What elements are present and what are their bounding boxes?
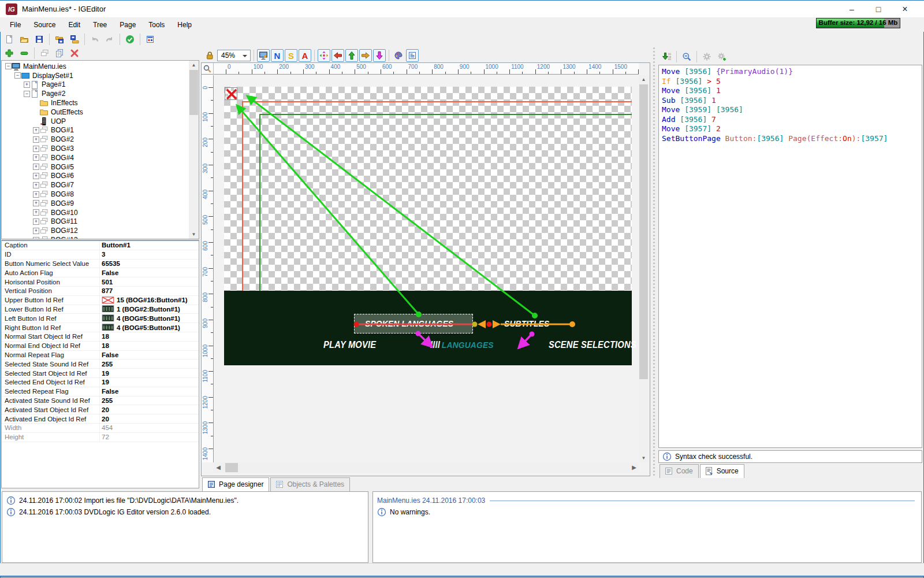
minimize-button[interactable]: – bbox=[839, 1, 865, 18]
menu-source[interactable]: Source bbox=[27, 18, 62, 31]
property-row-height[interactable]: Height72 bbox=[2, 433, 199, 442]
property-row-vertical-position[interactable]: Vertical Position877 bbox=[2, 287, 199, 296]
menu-tree[interactable]: Tree bbox=[87, 18, 113, 31]
validate-button[interactable] bbox=[123, 32, 137, 46]
tab-objects-palettes[interactable]: Objects & Palettes bbox=[270, 477, 350, 491]
scroll-down-icon[interactable]: ▼ bbox=[189, 230, 199, 239]
expander-plus-icon[interactable]: + bbox=[33, 228, 39, 234]
maximize-button[interactable]: □ bbox=[865, 1, 892, 18]
tree-item-bog-2[interactable]: +BOG#2 bbox=[3, 135, 188, 144]
menu-edit[interactable]: Edit bbox=[62, 18, 87, 31]
remove-node-button[interactable] bbox=[17, 46, 31, 60]
tree-item-bog-3[interactable]: +BOG#3 bbox=[3, 144, 188, 153]
expander-minus-icon[interactable]: − bbox=[14, 72, 21, 79]
lock-button[interactable] bbox=[203, 49, 216, 62]
tab-page-designer[interactable]: Page designer bbox=[202, 477, 269, 491]
property-row-caption[interactable]: CaptionButton#1 bbox=[2, 241, 199, 250]
gear-add-button[interactable] bbox=[715, 50, 729, 64]
tree-item-bog-10[interactable]: +BOG#10 bbox=[3, 208, 188, 217]
expander-plus-icon[interactable]: + bbox=[33, 237, 39, 239]
nav-right-button[interactable] bbox=[359, 49, 372, 62]
selected-state-button[interactable]: S bbox=[285, 49, 297, 62]
close-button[interactable]: × bbox=[892, 1, 918, 18]
canvas-vertical-scrollbar[interactable]: ▲ ▼ bbox=[639, 75, 649, 462]
menu-page[interactable]: Page bbox=[113, 18, 142, 31]
menu-help[interactable]: Help bbox=[171, 18, 198, 31]
property-row-activated-end-object-id-ref[interactable]: Activated End Object Id Ref20 bbox=[2, 414, 199, 424]
expander-plus-icon[interactable]: + bbox=[33, 200, 39, 206]
property-row-normal-repeat-flag[interactable]: Normal Repeat FlagFalse bbox=[2, 351, 199, 360]
expander-plus-icon[interactable]: + bbox=[33, 154, 39, 161]
undo-button[interactable] bbox=[88, 32, 102, 46]
nav-down-button[interactable] bbox=[373, 49, 386, 62]
expander-plus-icon[interactable]: + bbox=[33, 136, 39, 143]
compile-button[interactable]: 011001 bbox=[660, 50, 673, 64]
expander-plus-icon[interactable]: + bbox=[33, 182, 39, 188]
property-row-normal-start-object-id-ref[interactable]: Normal Start Object Id Ref18 bbox=[2, 332, 199, 342]
property-row-selected-end-object-id-ref[interactable]: Selected End Object Id Ref19 bbox=[2, 378, 199, 387]
nav-left-button[interactable] bbox=[331, 49, 344, 62]
copy-button[interactable] bbox=[53, 46, 66, 60]
expander-minus-icon[interactable]: − bbox=[24, 91, 30, 97]
redo-button[interactable] bbox=[103, 32, 117, 46]
tree-item-bog-8[interactable]: +BOG#8 bbox=[3, 190, 188, 199]
property-row-activated-start-object-id-ref[interactable]: Activated Start Object Id Ref20 bbox=[2, 405, 199, 414]
palette-button[interactable] bbox=[392, 49, 405, 62]
scroll-up-icon[interactable]: ▲ bbox=[189, 61, 199, 69]
zoom-combo[interactable]: 45% bbox=[217, 50, 251, 61]
delete-button[interactable] bbox=[68, 46, 81, 60]
source-code-editor[interactable]: Move [3956] {PrimaryAudio(1)}If [3956] >… bbox=[658, 65, 922, 448]
expander-plus-icon[interactable]: + bbox=[33, 173, 39, 179]
settings-button[interactable] bbox=[143, 32, 157, 46]
cascade-button[interactable] bbox=[38, 46, 51, 60]
tree-item-bog-9[interactable]: +BOG#9 bbox=[3, 199, 188, 208]
property-row-normal-end-object-id-ref[interactable]: Normal End Object Id Ref18 bbox=[2, 342, 199, 351]
page-props-button[interactable] bbox=[406, 49, 419, 62]
tree-item-outeffects[interactable]: OutEffects bbox=[3, 108, 188, 117]
property-row-button-numeric-select-value[interactable]: Button Numeric Select Value65535 bbox=[2, 260, 199, 269]
expander-plus-icon[interactable]: + bbox=[33, 191, 39, 198]
tree-item-bog-12[interactable]: +BOG#12 bbox=[3, 226, 188, 235]
save-button[interactable] bbox=[32, 32, 46, 46]
scroll-right-icon[interactable]: ▶ bbox=[629, 462, 639, 473]
tree-item-bog-6[interactable]: +BOG#6 bbox=[3, 172, 188, 181]
export-button[interactable] bbox=[68, 32, 81, 46]
expander-plus-icon[interactable]: + bbox=[33, 127, 39, 134]
ruler-zoom-button[interactable] bbox=[202, 63, 214, 75]
tree-item-bog-5[interactable]: +BOG#5 bbox=[3, 162, 188, 172]
property-row-left-button-id-ref[interactable]: Left Button Id Ref4 (BOG#5:Button#1) bbox=[2, 314, 199, 323]
navigation-all-button[interactable] bbox=[318, 49, 330, 62]
normal-state-button[interactable]: N bbox=[271, 49, 284, 62]
open-button[interactable] bbox=[17, 32, 31, 46]
gear-button[interactable] bbox=[700, 50, 714, 64]
property-row-auto-action-flag[interactable]: Auto Action FlagFalse bbox=[2, 268, 199, 277]
tab-code[interactable]: Code bbox=[660, 464, 699, 478]
zoom-out-button[interactable] bbox=[680, 50, 694, 64]
tree-item-uop[interactable]: UOP bbox=[3, 117, 188, 126]
menu-file[interactable]: File bbox=[3, 18, 27, 31]
page-canvas[interactable]: SPOKEN LANGUAGES SUBTITLES PLAY MOVIE II… bbox=[214, 75, 639, 462]
tree-item-displayset-1[interactable]: −DisplaySet#1 bbox=[3, 71, 188, 80]
tree-item-page-1[interactable]: +Page#1 bbox=[3, 80, 188, 90]
scroll-up-icon[interactable]: ▲ bbox=[639, 75, 649, 84]
tree-item-bog-11[interactable]: +BOG#11 bbox=[3, 217, 188, 227]
scroll-left-icon[interactable]: ◀ bbox=[214, 462, 223, 473]
menu-tools[interactable]: Tools bbox=[142, 18, 171, 31]
expander-plus-icon[interactable]: + bbox=[33, 209, 39, 216]
tree-item-bog-1[interactable]: +BOG#1 bbox=[3, 126, 188, 135]
expander-plus-icon[interactable]: + bbox=[33, 146, 39, 152]
property-row-selected-repeat-flag[interactable]: Selected Repeat FlagFalse bbox=[2, 387, 199, 397]
property-row-upper-button-id-ref[interactable]: Upper Button Id Ref15 (BOG#16:Button#1) bbox=[2, 296, 199, 305]
tree-item-mainmenu-ies[interactable]: −MainMenu.ies bbox=[3, 62, 188, 71]
property-row-selected-start-object-id-ref[interactable]: Selected Start Object Id Ref19 bbox=[2, 369, 199, 378]
property-row-activated-state-sound-id-ref[interactable]: Activated State Sound Id Ref255 bbox=[2, 397, 199, 406]
expander-minus-icon[interactable]: − bbox=[5, 63, 12, 69]
property-row-selected-state-sound-id-ref[interactable]: Selected State Sound Id Ref255 bbox=[2, 360, 199, 369]
new-button[interactable] bbox=[2, 32, 16, 46]
nav-up-button[interactable] bbox=[345, 49, 358, 62]
activated-state-button[interactable]: A bbox=[299, 49, 311, 62]
property-row-lower-button-id-ref[interactable]: Lower Button Id Ref1 (BOG#2:Button#1) bbox=[2, 305, 199, 314]
scroll-down-icon[interactable]: ▼ bbox=[639, 454, 649, 462]
tree-item-ineffects[interactable]: InEffects bbox=[3, 98, 188, 108]
canvas-horizontal-scrollbar[interactable]: ◀ ▶ bbox=[214, 462, 639, 473]
